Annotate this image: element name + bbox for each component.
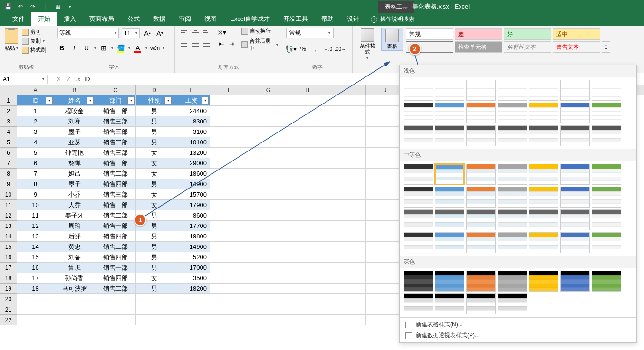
tab-formulas[interactable]: 公式	[121, 12, 146, 26]
table-style-option[interactable]	[498, 293, 527, 314]
cell[interactable]: 15	[17, 252, 54, 263]
cell[interactable]	[173, 304, 210, 315]
cell[interactable]	[288, 95, 327, 106]
align-bottom-button[interactable]	[202, 28, 212, 37]
cell[interactable]	[327, 252, 366, 263]
font-name-select[interactable]: 等线▾	[57, 28, 119, 38]
new-table-style-button[interactable]: 新建表格样式(N)...	[405, 321, 631, 325]
row-header[interactable]: 5	[0, 137, 17, 148]
cell[interactable]	[210, 137, 249, 148]
table-header-cell[interactable]: 部门▾	[95, 95, 136, 106]
cut-button[interactable]: 剪切	[22, 28, 46, 36]
cell[interactable]: 刘禅	[54, 116, 95, 127]
cell[interactable]	[210, 315, 249, 325]
cell[interactable]	[54, 304, 95, 315]
cell[interactable]	[210, 221, 249, 231]
cell[interactable]: 销售三部	[95, 148, 136, 158]
cell[interactable]: 孙尚香	[54, 273, 95, 284]
undo-icon[interactable]: ↶	[16, 2, 25, 11]
filter-dropdown-icon[interactable]: ▾	[202, 97, 209, 104]
filter-dropdown-icon[interactable]: ▾	[46, 97, 53, 104]
cell[interactable]: 貂蝉	[54, 158, 95, 169]
table-style-option[interactable]	[404, 125, 433, 146]
cell[interactable]: 18200	[173, 284, 210, 294]
cell[interactable]: 24400	[173, 106, 210, 116]
cell[interactable]	[210, 252, 249, 263]
cell[interactable]: 12	[17, 221, 54, 231]
row-header[interactable]: 20	[0, 294, 17, 304]
cell[interactable]	[210, 200, 249, 210]
table-style-option[interactable]	[404, 232, 433, 253]
style-explain[interactable]: 解释性文本	[504, 41, 551, 53]
style-bad[interactable]: 差	[455, 28, 502, 40]
style-good[interactable]: 好	[504, 28, 551, 40]
cell[interactable]	[210, 169, 249, 179]
cell[interactable]	[17, 294, 54, 304]
cell[interactable]: 17000	[173, 263, 210, 273]
cell[interactable]: 17700	[173, 221, 210, 231]
cell[interactable]	[288, 200, 327, 210]
cell[interactable]	[210, 189, 249, 200]
cell[interactable]: 销售二部	[95, 200, 136, 210]
cell[interactable]	[288, 148, 327, 158]
cell[interactable]	[288, 263, 327, 273]
col-header-f[interactable]: F	[210, 85, 249, 95]
tab-data[interactable]: 数据	[146, 12, 172, 26]
cell[interactable]: 8	[17, 179, 54, 189]
col-header-a[interactable]: A	[17, 85, 54, 95]
table-style-option[interactable]	[466, 232, 496, 253]
cell[interactable]	[288, 137, 327, 148]
table-style-option[interactable]	[435, 232, 464, 253]
cell[interactable]	[249, 231, 288, 242]
cell[interactable]: 3100	[173, 127, 210, 137]
cell[interactable]: 2	[17, 116, 54, 127]
cell[interactable]	[327, 148, 366, 158]
cell[interactable]	[288, 231, 327, 242]
increase-indent-button[interactable]: ⇥	[227, 39, 237, 48]
align-middle-button[interactable]	[190, 28, 201, 37]
cell[interactable]	[288, 169, 327, 179]
cell[interactable]: 8600	[173, 210, 210, 221]
font-color-button[interactable]: A	[133, 43, 143, 53]
cell[interactable]	[288, 127, 327, 137]
cell[interactable]	[210, 106, 249, 116]
cell[interactable]: 销售二部	[95, 284, 136, 294]
cell[interactable]: 女	[136, 148, 173, 158]
style-normal[interactable]: 常规	[406, 28, 453, 40]
name-box[interactable]: A1▾	[0, 75, 48, 84]
cell[interactable]	[249, 127, 288, 137]
cell[interactable]	[327, 242, 366, 252]
cell[interactable]	[17, 304, 54, 315]
align-left-button[interactable]	[179, 40, 189, 50]
cell[interactable]: 10100	[173, 137, 210, 148]
cell[interactable]: 3500	[173, 273, 210, 284]
table-style-option[interactable]	[404, 164, 433, 185]
cell[interactable]	[210, 210, 249, 221]
cell[interactable]: 男	[136, 137, 173, 148]
cell[interactable]	[173, 315, 210, 325]
col-header-i[interactable]: I	[327, 85, 366, 95]
row-header[interactable]: 21	[0, 304, 17, 315]
cell[interactable]	[327, 273, 366, 284]
cell[interactable]: 13	[17, 231, 54, 242]
cell[interactable]	[210, 263, 249, 273]
row-header[interactable]: 14	[0, 231, 17, 242]
cell[interactable]: 14900	[173, 242, 210, 252]
style-check[interactable]: 检查单元格	[455, 41, 502, 53]
table-style-option[interactable]	[498, 103, 527, 123]
tab-selfstudy[interactable]: Excel自学成才	[223, 12, 277, 26]
cell[interactable]: 女	[136, 169, 173, 179]
cell[interactable]	[327, 231, 366, 242]
cell[interactable]: 钟无艳	[54, 148, 95, 158]
cell[interactable]	[210, 116, 249, 127]
qat-customize-icon[interactable]: ▾	[66, 2, 74, 11]
styles-more-button[interactable]: ▴▾	[602, 41, 610, 53]
cell[interactable]: 周瑜	[54, 221, 95, 231]
table-style-option[interactable]	[592, 103, 621, 123]
cell[interactable]	[249, 242, 288, 252]
row-header[interactable]: 15	[0, 242, 17, 252]
cell[interactable]: 男	[136, 231, 173, 242]
cell[interactable]	[95, 294, 136, 304]
tab-review[interactable]: 审阅	[172, 12, 198, 26]
col-header-d[interactable]: D	[136, 85, 173, 95]
